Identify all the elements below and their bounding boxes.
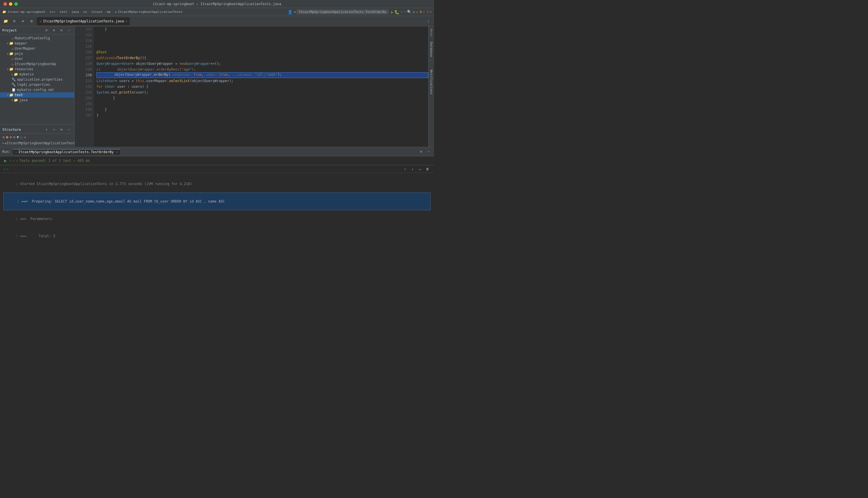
code-content[interactable]: } @Test public void TestOrderBy(){ Query… <box>94 26 428 147</box>
run-tab-close[interactable]: ✕ <box>116 150 118 154</box>
structure-sort-btn[interactable]: ↕ <box>43 127 50 133</box>
nav-class[interactable]: ItcastMpSpringbootApplicationTests <box>118 10 183 14</box>
struct-btn-4[interactable]: ⊕ <box>13 135 15 140</box>
project-toggle-btn[interactable]: 📁 <box>2 18 9 25</box>
never-label[interactable]: Never <box>429 26 433 40</box>
nav-itcast[interactable]: itcast <box>91 10 103 14</box>
code-line-236: } <box>96 107 428 113</box>
title-bar: itcast-mp-springboot – ItcastMpSpringboo… <box>0 0 434 8</box>
struct-eye-btn[interactable]: ○ <box>20 135 22 140</box>
settings-toolbar-btn[interactable]: ⚙ <box>28 18 35 25</box>
run-wrap-btn[interactable]: ↵ <box>417 166 423 172</box>
search-btn[interactable]: 🔍 <box>407 10 412 14</box>
structure-class-item[interactable]: ▼ ◈ ItcastMpSpringbootApplicationTest <box>0 141 74 146</box>
tab-main-file[interactable]: ☕ ItcastMpSpringbootApplicationTests.jav… <box>37 17 130 25</box>
maximize-button[interactable] <box>14 2 18 6</box>
run-scroll-down[interactable]: ↓ <box>409 166 416 172</box>
tree-item-test[interactable]: ▼ 📁 test <box>0 92 74 97</box>
linenum-227: 227 <box>80 55 94 61</box>
struct-btn-2[interactable]: ⊕ <box>6 135 8 140</box>
struct-btn-3[interactable]: ⊕ <box>10 135 12 140</box>
tree-item-mybatisplusconfig[interactable]: ☕ MybatisPlusConfig <box>0 36 74 41</box>
tree-item-appprops[interactable]: 🔧 application.properties <box>0 77 74 82</box>
linenum-228: 228 <box>80 61 94 67</box>
tree-item-pojo[interactable]: ▼ 📁 pojo <box>0 51 74 56</box>
nav-src[interactable]: src <box>50 10 55 14</box>
nav-java[interactable]: java <box>72 10 79 14</box>
collapse-all-btn[interactable]: ≡ <box>43 27 50 34</box>
back-btn[interactable]: ◀ <box>294 10 296 14</box>
run-toolbar: ▶ ✓ › ✓ Tests passed: 1 of 1 test – 455 … <box>0 156 434 165</box>
folder-icon-mybatis: 📁 <box>14 72 18 76</box>
tree-label-mapper: mapper <box>15 41 27 45</box>
structure-settings-btn[interactable]: ⚙ <box>58 127 65 133</box>
nav-project[interactable]: 📁 <box>2 10 6 14</box>
sidebar-settings-btn[interactable]: ⚙ <box>58 27 65 34</box>
tree-item-resources[interactable]: ▼ 📁 resources <box>0 67 74 72</box>
struct-filter-btn[interactable]: ▼ <box>17 135 19 140</box>
check-icon2: ✓ <box>16 159 18 163</box>
nav-mp[interactable]: mp <box>107 10 111 14</box>
locate-btn[interactable]: ⊕ <box>51 27 57 34</box>
linenum-231: 231 <box>80 78 94 84</box>
nav-cn[interactable]: cn <box>83 10 87 14</box>
tree-item-itcastapp[interactable]: ☕ ItcastMpSpringbootAp <box>0 61 74 67</box>
close-button[interactable] <box>3 2 7 6</box>
tree-item-java[interactable]: ▼ 📁 java <box>0 97 74 103</box>
tree-arrow-pojo: ▼ <box>7 52 9 55</box>
run-clear-btn[interactable]: 🗑 <box>424 166 430 172</box>
type-list: List <box>96 79 105 83</box>
coverage-btn[interactable]: ⚡ <box>400 10 403 14</box>
code-editor: 222 223 224 225 226 227 228 229 230 231 … <box>75 26 428 147</box>
fn-orderby: orderBy <box>154 73 168 77</box>
more-tabs-btn[interactable]: ⋮ <box>425 18 432 25</box>
struct-btn-1[interactable]: ⊕ <box>2 135 4 140</box>
tree-item-log4j[interactable]: 🔧 log4j.properties <box>0 82 74 87</box>
structure-btn[interactable]: ≡ <box>11 18 18 25</box>
tree-arrow-res: ▼ <box>7 68 9 71</box>
structure-more-btn[interactable]: ⋯ <box>66 127 72 133</box>
nav-project-label[interactable]: itcast-mp-springboot <box>8 10 46 14</box>
fn-testorderby: TestOrderBy <box>117 56 140 60</box>
structure-title: Structure <box>2 128 21 132</box>
linenum-235: 235 <box>80 101 94 107</box>
run-minimize-btn[interactable]: − <box>425 148 432 155</box>
settings-btn[interactable]: ⚙ <box>413 10 415 14</box>
run-label: Run: <box>2 150 11 154</box>
structure-alpha-btn[interactable]: ↕ <box>51 127 57 133</box>
tree-item-mapper[interactable]: ▼ 📁 mapper <box>0 41 74 46</box>
tree-label-mybatisxml: mybatis-config.xml <box>17 88 54 92</box>
run-tab-test[interactable]: ☕ ItcastMpSpringbootApplicationTests.Tes… <box>13 149 120 155</box>
struct-class-icon: ◈ <box>4 141 7 145</box>
run-settings-btn[interactable]: ⚙ <box>418 148 424 155</box>
tree-label-mybatisplusconfig: MybatisPlusConfig <box>15 36 50 40</box>
nav-test[interactable]: test <box>60 10 67 14</box>
tree-item-user[interactable]: ☕ User <box>0 56 74 61</box>
struct-cross-btn[interactable]: ✕ <box>24 135 26 140</box>
tree-item-usermapper[interactable]: ☕ UserMapper <box>0 46 74 51</box>
expand-warnings[interactable]: ∧ <box>430 10 432 14</box>
run-btn-green[interactable]: ▶ <box>391 10 393 14</box>
error-count[interactable]: ✗ 3 <box>423 10 429 14</box>
sidebar-more-btn[interactable]: ⋯ <box>66 27 72 34</box>
database-label[interactable]: Database <box>429 40 434 60</box>
warning-count[interactable]: ⚠ 6 <box>416 10 422 14</box>
more-run-btn[interactable]: ⋯ <box>404 10 406 14</box>
rerun-btn[interactable]: ▶ <box>2 157 9 164</box>
traffic-lights[interactable] <box>3 2 18 6</box>
folder-icon-test: 📁 <box>9 93 13 97</box>
output-line-total: : <== Total: 5 <box>3 227 430 245</box>
avatar-btn[interactable]: 👤 <box>288 10 293 14</box>
navigate-btn[interactable]: ⇄ <box>20 18 26 25</box>
tab-close-btn[interactable]: ✕ <box>125 19 127 23</box>
minimize-button[interactable] <box>9 2 12 6</box>
linenum-232: 232 <box>80 84 94 90</box>
type-user: User <box>124 62 132 66</box>
notifications-label[interactable]: Notifications <box>429 67 434 97</box>
debug-btn[interactable]: 🐛 <box>394 10 399 14</box>
tree-item-mybatisxml[interactable]: 📋 mybatis-config.xml <box>0 87 74 92</box>
type-user3: User <box>107 84 115 89</box>
tree-item-mybatis[interactable]: ▶ 📁 mybatis <box>0 72 74 77</box>
output-line-sql: : ==> Preparing: SELECT id,user_name,nam… <box>3 193 430 210</box>
run-scroll-up[interactable]: ↑ <box>402 166 408 172</box>
